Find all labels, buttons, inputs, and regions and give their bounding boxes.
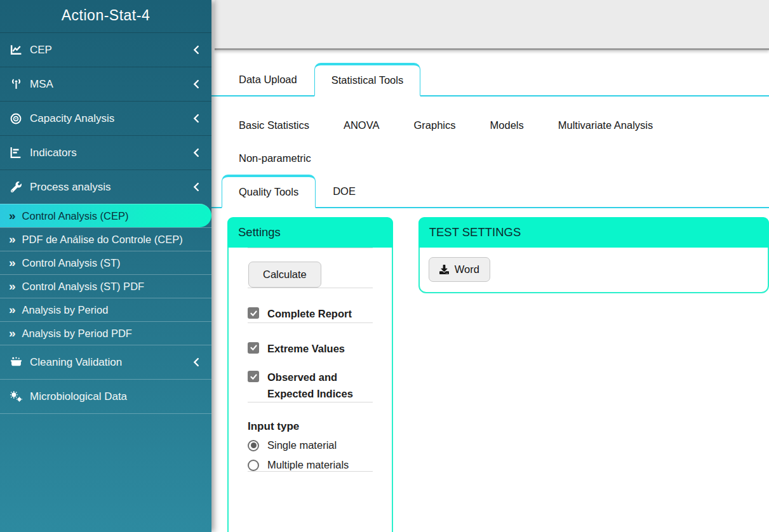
submenu-item-label: Analysis by Period PDF bbox=[22, 328, 132, 340]
tab-data-upload[interactable]: Data Upload bbox=[222, 62, 314, 95]
multiple-materials-radio[interactable] bbox=[248, 460, 259, 471]
download-icon bbox=[439, 265, 449, 274]
angles-right-icon: » bbox=[9, 280, 16, 292]
chevron-left-icon[interactable] bbox=[192, 357, 200, 367]
submenu-item-analysis-by-period-pdf[interactable]: » Analysis by Period PDF bbox=[0, 321, 211, 345]
wrench-icon bbox=[9, 182, 23, 192]
sidebar-item-cep[interactable]: CEP bbox=[0, 32, 211, 67]
process-analysis-submenu: » Control Analysis (CEP) » PDF de Anális… bbox=[0, 204, 211, 345]
checkbox-row-complete-report: Complete Report bbox=[248, 306, 373, 323]
sidebar-item-indicators[interactable]: Indicators bbox=[0, 135, 211, 170]
app-window: Action-Stat-4 CEP MSA Ca bbox=[0, 0, 769, 532]
panels-area: Settings Calculate Complete Report bbox=[227, 217, 769, 532]
settings-panel-title: Settings bbox=[227, 217, 393, 248]
submenu-item-label: Control Analysis (CEP) bbox=[22, 210, 129, 222]
cleaning-icon bbox=[9, 357, 23, 368]
input-type-label: Input type bbox=[248, 420, 373, 433]
tab-graphics[interactable]: Graphics bbox=[397, 108, 473, 141]
sidebar-item-label: Indicators bbox=[30, 147, 77, 159]
sidebar-item-label: Microbiological Data bbox=[30, 390, 127, 403]
viruses-icon bbox=[9, 391, 23, 402]
word-export-button[interactable]: Word bbox=[429, 257, 490, 282]
submenu-item-control-analysis-st[interactable]: » Control Analysis (ST) bbox=[0, 251, 211, 274]
top-header-bar bbox=[215, 0, 769, 50]
tab-non-parametric[interactable]: Non-parametric bbox=[222, 141, 328, 174]
sidebar-item-msa[interactable]: MSA bbox=[0, 67, 211, 101]
angles-right-icon: » bbox=[9, 209, 16, 222]
submenu-item-label: Analysis by Period bbox=[22, 304, 109, 316]
broadcast-tower-icon bbox=[9, 79, 23, 90]
submenu-item-analysis-by-period[interactable]: » Analysis by Period bbox=[0, 298, 211, 321]
test-settings-panel-body: Word bbox=[420, 248, 768, 292]
angles-right-icon: » bbox=[9, 303, 16, 316]
sidebar: Action-Stat-4 CEP MSA Ca bbox=[0, 0, 211, 532]
tab-quality-tools[interactable]: Quality Tools bbox=[222, 175, 316, 208]
sidebar-item-label: Capacity Analysis bbox=[30, 112, 114, 125]
settings-panel-body: Calculate Complete Report Extreme V bbox=[229, 248, 392, 472]
test-settings-panel: TEST SETTINGS Word bbox=[418, 217, 769, 293]
radio-row-multiple-materials: Multiple materials bbox=[248, 459, 373, 471]
sidebar-item-label: MSA bbox=[30, 78, 53, 91]
angles-right-icon: » bbox=[9, 327, 16, 339]
chart-line-icon bbox=[9, 44, 23, 55]
checkbox-row-observed-expected: Observed and Expected Indices bbox=[248, 369, 373, 402]
submenu-item-pdf-analise-controle-cep[interactable]: » PDF de Análise do Controle (CEP) bbox=[0, 227, 211, 251]
extreme-values-checkbox[interactable] bbox=[248, 342, 259, 354]
tab-statistical-tools[interactable]: Statistical Tools bbox=[314, 63, 420, 96]
tab-models[interactable]: Models bbox=[473, 108, 541, 141]
observed-expected-indices-checkbox[interactable] bbox=[248, 371, 259, 382]
divider bbox=[248, 248, 373, 248]
settings-panel: Settings Calculate Complete Report bbox=[227, 217, 393, 532]
main-content: Data Upload Statistical Tools Basic Stat… bbox=[211, 0, 769, 532]
submenu-item-control-analysis-cep[interactable]: » Control Analysis (CEP) bbox=[0, 204, 211, 227]
checkbox-row-extreme-values: Extreme Values bbox=[248, 341, 373, 357]
angles-right-icon: » bbox=[9, 233, 16, 245]
radio-label[interactable]: Single material bbox=[267, 439, 337, 451]
sidebar-item-label: Process analysis bbox=[30, 181, 111, 194]
sidebar-item-microbiological-data[interactable]: Microbiological Data bbox=[0, 379, 211, 413]
bullseye-icon bbox=[9, 113, 23, 124]
test-settings-panel-title: TEST SETTINGS bbox=[418, 217, 769, 248]
single-material-radio[interactable] bbox=[248, 440, 259, 451]
submenu-item-control-analysis-st-pdf[interactable]: » Control Analysis (ST) PDF bbox=[0, 274, 211, 298]
sidebar-divider bbox=[0, 413, 211, 414]
chevron-left-icon[interactable] bbox=[192, 45, 200, 55]
divider bbox=[248, 402, 373, 402]
chevron-left-icon[interactable] bbox=[192, 182, 200, 192]
calculate-button[interactable]: Calculate bbox=[248, 262, 321, 288]
radio-label[interactable]: Multiple materials bbox=[267, 459, 349, 471]
submenu-item-label: PDF de Análise do Controle (CEP) bbox=[22, 234, 183, 246]
checkbox-label[interactable]: Extreme Values bbox=[267, 341, 345, 357]
radio-row-single-material: Single material bbox=[248, 439, 373, 451]
sidebar-item-label: CEP bbox=[30, 44, 52, 57]
submenu-item-label: Control Analysis (ST) PDF bbox=[22, 281, 145, 293]
divider bbox=[248, 323, 373, 323]
sidebar-item-label: Cleaning Validation bbox=[30, 356, 122, 369]
sidebar-item-cleaning-validation[interactable]: Cleaning Validation bbox=[0, 345, 211, 379]
word-button-label: Word bbox=[455, 263, 479, 276]
app-title: Action-Stat-4 bbox=[0, 0, 211, 32]
tab-anova[interactable]: ANOVA bbox=[326, 108, 397, 141]
submenu-item-label: Control Analysis (ST) bbox=[22, 257, 121, 269]
angles-right-icon: » bbox=[9, 256, 16, 269]
chevron-left-icon[interactable] bbox=[192, 79, 200, 89]
checkbox-label[interactable]: Complete Report bbox=[267, 306, 352, 323]
chevron-left-icon[interactable] bbox=[192, 114, 200, 123]
bar-chart-icon bbox=[9, 147, 23, 158]
complete-report-checkbox[interactable] bbox=[248, 307, 259, 319]
tab-multivariate-analysis[interactable]: Multivariate Analysis bbox=[541, 108, 670, 141]
secondary-tabs: Basic Statistics ANOVA Graphics Models M… bbox=[211, 108, 769, 208]
chevron-left-icon[interactable] bbox=[192, 148, 200, 157]
tab-doe[interactable]: DOE bbox=[316, 174, 373, 207]
sidebar-item-capacity-analysis[interactable]: Capacity Analysis bbox=[0, 101, 211, 135]
tab-basic-statistics[interactable]: Basic Statistics bbox=[222, 108, 326, 141]
sidebar-item-process-analysis[interactable]: Process analysis bbox=[0, 170, 211, 204]
divider bbox=[248, 471, 373, 472]
primary-tabs: Data Upload Statistical Tools bbox=[211, 62, 769, 96]
checkbox-label[interactable]: Observed and Expected Indices bbox=[267, 369, 373, 402]
divider bbox=[248, 288, 373, 288]
